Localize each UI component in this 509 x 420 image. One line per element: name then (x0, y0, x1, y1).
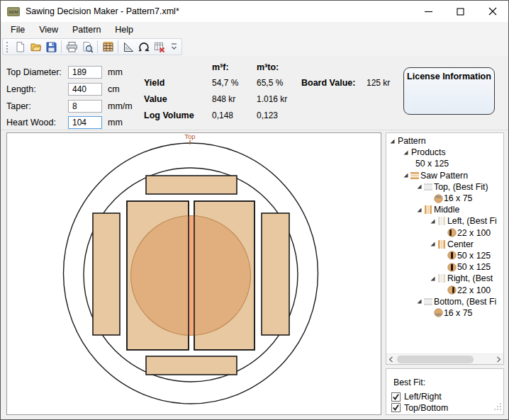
stat-label-value: Value (144, 94, 167, 104)
tree-expander-icon[interactable] (415, 298, 424, 305)
toolbar-separator (61, 40, 62, 53)
tree-item-50-x-125-10[interactable]: 50 x 125 (386, 250, 503, 261)
print-icon (66, 41, 78, 53)
tree-item-pattern-0[interactable]: Pattern (386, 135, 503, 147)
tree-item-right-best-12[interactable]: Right, (Best (386, 273, 503, 284)
scrollbar-thumb[interactable] (397, 356, 474, 363)
toolbar-drag-grip[interactable] (6, 42, 9, 52)
tree-expander-icon[interactable] (428, 218, 437, 225)
tree-item-22-x-100-13[interactable]: 22 x 100 (386, 284, 503, 295)
menu-bar: FileViewPatternHelp (1, 22, 508, 38)
tree-expander-icon[interactable] (401, 172, 410, 178)
tree-item-50-x-125-11[interactable]: 50 x 125 (386, 261, 503, 273)
tree-item-center-9[interactable]: Center (386, 239, 503, 250)
stat-log-volume-m3to: 0,123 (257, 110, 278, 120)
tree-item-label: 16 x 75 (444, 193, 472, 203)
scroll-left-arrow[interactable] (386, 354, 396, 365)
log-parameters-panel: Top Diameter:mmLength:cmTaper:mm/mHeart … (1, 56, 508, 130)
app-logo-icon: SDM (7, 7, 20, 16)
license-information-label: License Information (407, 72, 491, 81)
tree-item-22-x-100-8[interactable]: 22 x 100 (386, 227, 503, 239)
scroll-right-arrow[interactable] (494, 354, 503, 365)
print-button[interactable] (64, 40, 79, 55)
stat-label-yield: Yield (144, 78, 164, 88)
tree-item-label: 22 x 100 (457, 285, 491, 295)
menu-item-file[interactable]: File (4, 23, 32, 37)
saw-pattern-tool-icon (102, 41, 114, 53)
tree-item-50-x-125-2[interactable]: 50 x 125 (386, 158, 503, 169)
tree-expander-icon[interactable] (415, 207, 424, 213)
new-document-button[interactable] (12, 40, 28, 55)
checkbox-checked[interactable] (391, 403, 401, 412)
tree-item-bottom-best-fi-14[interactable]: Bottom, (Best Fi (386, 296, 503, 307)
toolbar-overflow-icon (170, 42, 178, 52)
new-document-icon (14, 41, 26, 53)
stat-label-log-volume: Log Volume (144, 110, 194, 120)
toolbar-tray (1, 38, 508, 56)
stat-yield-m3to: 65,5 % (257, 78, 283, 88)
tree-item-label: Right, (Best (447, 273, 493, 283)
board-top-16x75[interactable] (146, 176, 237, 194)
save-file-icon (45, 41, 57, 53)
log-center-icon (447, 251, 457, 260)
tree-item-left-best-fi-7[interactable]: Left, (Best Fi (386, 215, 503, 227)
tree-item-label: Pattern (398, 136, 426, 146)
tree-expander-icon[interactable] (428, 241, 437, 247)
board-value-label: Board Value: (301, 78, 355, 88)
stripes-v-gray-icon (437, 274, 447, 283)
best-fit-option-top-bottom[interactable]: Top/Bottom (391, 403, 448, 413)
tree-item-16-x-75-15[interactable]: 16 x 75 (386, 307, 503, 319)
tree-expander-icon[interactable] (415, 183, 424, 190)
license-information-button[interactable]: License Information (403, 67, 495, 115)
tree-item-label: Top, (Best Fit) (434, 182, 488, 192)
tree-item-label: Saw Pattern (420, 171, 468, 181)
tree-item-label: Center (447, 239, 474, 249)
sawing-pattern-drawing: Top (7, 133, 381, 414)
app-icon: SDM (7, 7, 20, 16)
open-file-button[interactable] (28, 40, 43, 55)
menu-item-view[interactable]: View (32, 23, 65, 37)
toolbar-overflow-button[interactable] (169, 40, 179, 55)
checkbox-label: Top/Bottom (404, 403, 448, 413)
tree-item-top-best-fit-4[interactable]: Top, (Best Fit) (386, 181, 503, 193)
tree-item-label: Products (411, 147, 446, 157)
save-file-button[interactable] (43, 40, 59, 55)
tree-expander-icon[interactable] (401, 149, 410, 156)
maximize-icon (457, 8, 464, 16)
tree-item-middle-6[interactable]: Middle (386, 204, 503, 215)
tree-item-16-x-75-5[interactable]: 16 x 75 (386, 193, 503, 204)
board-right-22x100[interactable] (262, 213, 289, 335)
scrollbar-track[interactable] (396, 354, 494, 365)
menu-item-help[interactable]: Help (108, 23, 140, 37)
app-window: SDM Sawing Decision Maker - Pattern7.xml… (0, 0, 509, 420)
toolbar-separator (118, 40, 118, 53)
delete-pattern-tool-button[interactable] (152, 40, 167, 55)
checkbox-checked[interactable] (391, 392, 401, 402)
stripes-h-tan-icon (410, 171, 420, 180)
resize-grip[interactable] (494, 403, 502, 413)
tree-expander-icon[interactable] (428, 276, 437, 282)
tree-item-products-1[interactable]: Products (386, 147, 503, 158)
pattern-tree-panel: PatternProducts50 x 125Saw PatternTop, (… (386, 132, 504, 365)
saw-pattern-tool-button[interactable] (100, 40, 116, 55)
statistics-tool-button[interactable] (121, 40, 136, 55)
maximize-button[interactable] (444, 1, 476, 22)
stat-log-volume-m3f: 0,148 (212, 110, 233, 120)
tree-item-label: Left, (Best Fi (447, 216, 497, 226)
tree-expander-icon[interactable] (388, 138, 397, 144)
minimize-button[interactable] (413, 1, 444, 22)
open-file-icon (30, 41, 42, 53)
chevron-left-icon (388, 356, 393, 363)
tree-item-label: Middle (434, 205, 459, 215)
resize-grip-icon (494, 403, 502, 411)
board-bottom-16x75[interactable] (146, 356, 237, 375)
stat-value-m3to: 1.016 kr (257, 94, 287, 104)
print-preview-button[interactable] (79, 40, 95, 55)
rotate-tool-button[interactable] (136, 40, 152, 55)
menu-item-pattern[interactable]: Pattern (65, 23, 108, 37)
close-button[interactable] (476, 1, 508, 22)
best-fit-option-left-right[interactable]: Left/Right (391, 392, 442, 402)
pattern-tree: PatternProducts50 x 125Saw PatternTop, (… (386, 135, 503, 319)
tree-item-saw-pattern-3[interactable]: Saw Pattern (386, 170, 503, 181)
board-left-22x100[interactable] (93, 213, 120, 335)
